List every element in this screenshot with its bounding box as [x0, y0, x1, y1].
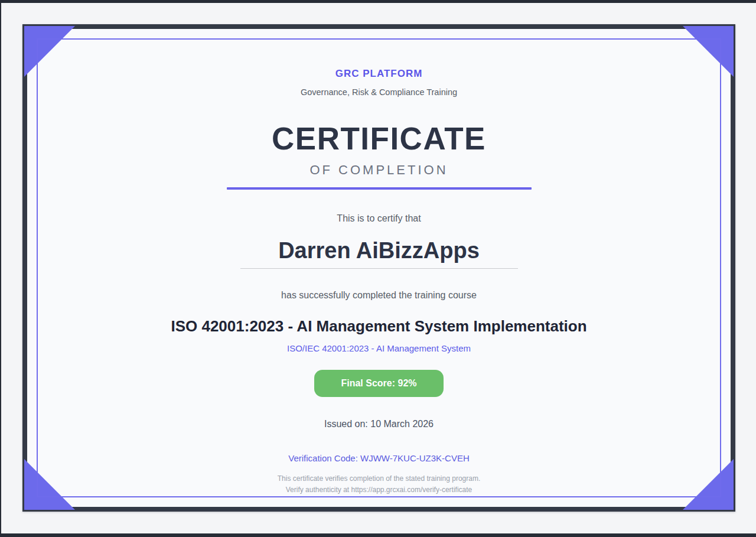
- window-edge-left: [0, 0, 1, 537]
- footer-note: This certificate verifies completion of …: [278, 473, 481, 495]
- brand-name: GRC PLATFORM: [335, 68, 423, 80]
- footer-line-1: This certificate verifies completion of …: [278, 473, 481, 484]
- window-edge-bottom: [0, 533, 756, 537]
- footer-line-2: Verify authenticity at https://app.grcxa…: [278, 484, 481, 496]
- certificate-subtitle: OF COMPLETION: [309, 162, 448, 178]
- window-edge-top: [0, 0, 756, 3]
- issued-date: Issued on: 10 March 2026: [324, 419, 434, 429]
- final-score-badge: Final Score: 92%: [314, 370, 443, 397]
- completed-text: has successfully completed the training …: [281, 290, 477, 301]
- recipient-name: Darren AiBizzApps: [240, 239, 518, 269]
- verification-code: Verification Code: WJWW-7KUC-UZ3K-CVEH: [288, 453, 469, 463]
- course-subtitle: ISO/IEC 42001:2023 - AI Management Syste…: [287, 343, 471, 353]
- certificate-title: CERTIFICATE: [272, 122, 486, 155]
- brand-tagline: Governance, Risk & Compliance Training: [301, 87, 457, 97]
- certify-text: This is to certify that: [337, 213, 421, 224]
- certificate-content: GRC PLATFORM Governance, Risk & Complian…: [27, 29, 731, 507]
- title-divider: [227, 187, 532, 190]
- course-title: ISO 42001:2023 - AI Management System Im…: [171, 317, 586, 336]
- certificate-card: GRC PLATFORM Governance, Risk & Complian…: [22, 24, 735, 512]
